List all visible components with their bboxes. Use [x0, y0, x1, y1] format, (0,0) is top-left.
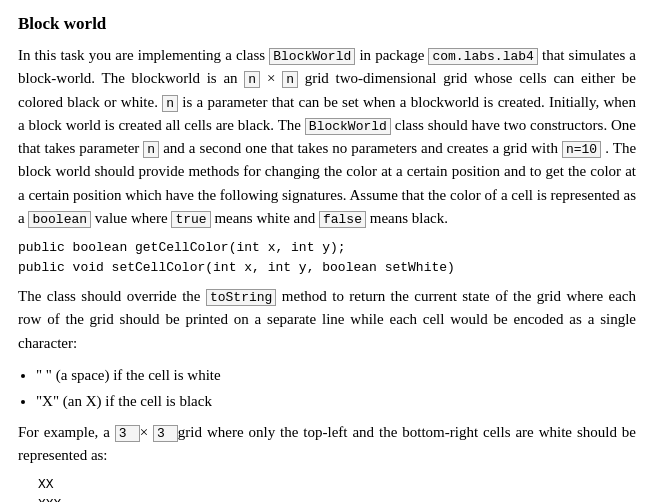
false-kw-inline: false	[319, 211, 366, 228]
grid-dim-inline: 3	[115, 425, 140, 442]
page-title: Block world	[18, 14, 636, 34]
boolean-kw-inline: boolean	[28, 211, 91, 228]
n10-inline: n=10	[562, 141, 601, 158]
package-name-inline: com.labs.lab4	[428, 48, 537, 65]
grid-row-1: XX	[38, 475, 636, 495]
n-param-inline: n	[162, 95, 178, 112]
n-var2-inline: n	[282, 71, 298, 88]
n-var-inline: n	[244, 71, 260, 88]
tostring-paragraph: The class should override the toString m…	[18, 285, 636, 355]
blockworld2-inline: BlockWorld	[305, 118, 391, 135]
bullet-x: "X" (an X) if the cell is black	[36, 389, 636, 413]
method-sig-2: public void setCellColor(int x, int y, b…	[18, 258, 636, 278]
grid-dim2-inline: 3	[153, 425, 178, 442]
tostring-inline: toString	[206, 289, 276, 306]
intro-paragraph: In this task you are implementing a clas…	[18, 44, 636, 230]
encoding-list: " " (a space) if the cell is white "X" (…	[36, 363, 636, 413]
n-var3-inline: n	[143, 141, 159, 158]
grid-example-block: XX XXX XX	[38, 475, 636, 502]
blockworld-class-inline: BlockWorld	[269, 48, 355, 65]
method-sig-1: public boolean getCellColor(int x, int y…	[18, 238, 636, 258]
bullet-space: " " (a space) if the cell is white	[36, 363, 636, 387]
method-signatures: public boolean getCellColor(int x, int y…	[18, 238, 636, 277]
grid-row-2: XXX	[38, 495, 636, 502]
true-kw-inline: true	[171, 211, 210, 228]
intro-text: In this task you are implementing a clas…	[18, 47, 265, 63]
example-paragraph: For example, a 3 × 3 grid where only the…	[18, 421, 636, 468]
